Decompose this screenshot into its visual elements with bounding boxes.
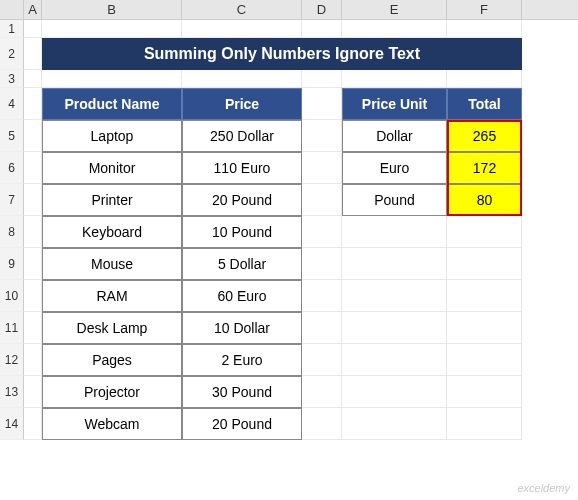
table-cell[interactable]: Pages [42, 344, 182, 376]
cell[interactable] [302, 280, 342, 312]
cell[interactable] [447, 376, 522, 408]
total-cell[interactable]: 265 [447, 120, 522, 152]
table1-header-name[interactable]: Product Name [42, 88, 182, 120]
table-cell[interactable]: 30 Pound [182, 376, 302, 408]
table-cell[interactable]: RAM [42, 280, 182, 312]
cell[interactable] [302, 344, 342, 376]
cell[interactable] [447, 248, 522, 280]
corner-cell[interactable] [0, 0, 24, 19]
col-header-F[interactable]: F [447, 0, 522, 19]
row-header-7[interactable]: 7 [0, 184, 24, 216]
cell[interactable] [302, 312, 342, 344]
cell[interactable] [24, 88, 42, 120]
table-cell[interactable]: Laptop [42, 120, 182, 152]
cell[interactable] [302, 408, 342, 440]
cell[interactable] [24, 152, 42, 184]
cell[interactable] [24, 376, 42, 408]
cell[interactable] [447, 312, 522, 344]
table1-header-price[interactable]: Price [182, 88, 302, 120]
cell[interactable] [342, 248, 447, 280]
cell[interactable] [182, 20, 302, 38]
table-cell[interactable]: 2 Euro [182, 344, 302, 376]
cell[interactable] [302, 152, 342, 184]
cell[interactable] [24, 20, 42, 38]
cell[interactable] [302, 216, 342, 248]
table-cell[interactable]: Monitor [42, 152, 182, 184]
row-header-13[interactable]: 13 [0, 376, 24, 408]
table-cell[interactable]: 60 Euro [182, 280, 302, 312]
cell[interactable] [24, 408, 42, 440]
col-header-B[interactable]: B [42, 0, 182, 19]
cell[interactable] [302, 70, 342, 88]
cell[interactable] [342, 20, 447, 38]
cell[interactable] [24, 248, 42, 280]
table-cell[interactable]: 250 Dollar [182, 120, 302, 152]
cell[interactable] [24, 38, 42, 70]
cell[interactable] [24, 280, 42, 312]
table-cell[interactable]: 20 Pound [182, 408, 302, 440]
cell[interactable] [342, 216, 447, 248]
table-cell[interactable]: Keyboard [42, 216, 182, 248]
cell[interactable] [24, 70, 42, 88]
col-header-D[interactable]: D [302, 0, 342, 19]
table-cell[interactable]: Printer [42, 184, 182, 216]
table-cell[interactable]: Projector [42, 376, 182, 408]
row-header-8[interactable]: 8 [0, 216, 24, 248]
cell[interactable] [302, 248, 342, 280]
col-header-E[interactable]: E [342, 0, 447, 19]
cell[interactable] [342, 280, 447, 312]
col-header-A[interactable]: A [24, 0, 42, 19]
cell[interactable] [24, 344, 42, 376]
cell[interactable] [342, 408, 447, 440]
table-cell[interactable]: 5 Dollar [182, 248, 302, 280]
row-header-12[interactable]: 12 [0, 344, 24, 376]
table-cell[interactable]: Desk Lamp [42, 312, 182, 344]
cell[interactable] [302, 88, 342, 120]
table-cell[interactable]: Pound [342, 184, 447, 216]
cell[interactable] [342, 312, 447, 344]
table-cell[interactable]: Webcam [42, 408, 182, 440]
total-cell[interactable]: 80 [447, 184, 522, 216]
table-cell[interactable]: Mouse [42, 248, 182, 280]
row-header-6[interactable]: 6 [0, 152, 24, 184]
table-cell[interactable]: Euro [342, 152, 447, 184]
cell[interactable] [182, 70, 302, 88]
cell[interactable] [302, 376, 342, 408]
cell[interactable] [447, 216, 522, 248]
row-header-9[interactable]: 9 [0, 248, 24, 280]
row-header-14[interactable]: 14 [0, 408, 24, 440]
table-cell[interactable]: Dollar [342, 120, 447, 152]
row-header-4[interactable]: 4 [0, 88, 24, 120]
table2-header-total[interactable]: Total [447, 88, 522, 120]
row-header-5[interactable]: 5 [0, 120, 24, 152]
cell[interactable] [302, 20, 342, 38]
col-header-C[interactable]: C [182, 0, 302, 19]
table-cell[interactable]: 10 Dollar [182, 312, 302, 344]
total-cell[interactable]: 172 [447, 152, 522, 184]
page-title[interactable]: Summing Only Numbers Ignore Text [42, 38, 522, 70]
cell[interactable] [24, 120, 42, 152]
row-header-10[interactable]: 10 [0, 280, 24, 312]
cell[interactable] [342, 70, 447, 88]
row-header-11[interactable]: 11 [0, 312, 24, 344]
cell[interactable] [302, 120, 342, 152]
row-header-2[interactable]: 2 [0, 38, 24, 70]
cell[interactable] [447, 20, 522, 38]
row-header-1[interactable]: 1 [0, 20, 24, 38]
cell[interactable] [24, 216, 42, 248]
cell[interactable] [302, 184, 342, 216]
cell[interactable] [447, 344, 522, 376]
cell[interactable] [24, 184, 42, 216]
cell[interactable] [42, 20, 182, 38]
cell[interactable] [42, 70, 182, 88]
cell[interactable] [447, 280, 522, 312]
table-cell[interactable]: 110 Euro [182, 152, 302, 184]
cell[interactable] [447, 70, 522, 88]
cell[interactable] [447, 408, 522, 440]
cell[interactable] [342, 344, 447, 376]
table-cell[interactable]: 10 Pound [182, 216, 302, 248]
cell[interactable] [342, 376, 447, 408]
cell[interactable] [24, 312, 42, 344]
table-cell[interactable]: 20 Pound [182, 184, 302, 216]
table2-header-unit[interactable]: Price Unit [342, 88, 447, 120]
